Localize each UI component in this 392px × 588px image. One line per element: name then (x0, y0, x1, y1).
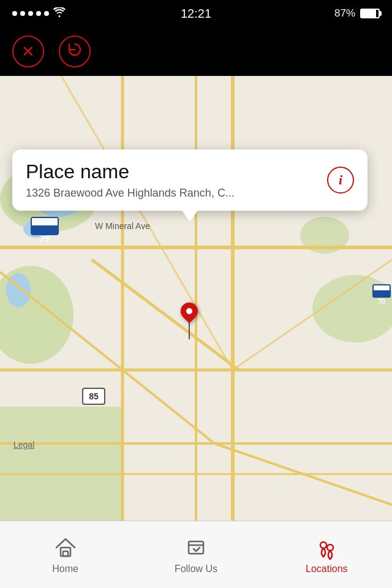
info-button[interactable]: i (327, 167, 354, 194)
tab-follow-label: Follow Us (175, 564, 217, 575)
status-bar: 12:21 87% (0, 0, 392, 27)
svg-rect-40 (63, 551, 68, 556)
close-icon: ✕ (21, 43, 35, 59)
refresh-button[interactable] (59, 36, 91, 67)
place-popup: Place name 1326 Braewood Ave Highlands R… (12, 149, 368, 211)
map-background: S Broadway W Mineral Ave 85 177 177 75 7… (0, 76, 392, 521)
locations-icon (314, 535, 339, 560)
pin-head (177, 299, 202, 323)
signal-dots (12, 11, 49, 16)
tab-locations-label: Locations (306, 564, 348, 575)
dot-1 (12, 11, 17, 16)
map-container[interactable]: S Broadway W Mineral Ave 85 177 177 75 7… (0, 76, 392, 521)
svg-rect-31 (32, 218, 58, 225)
tab-home[interactable]: Home (0, 521, 130, 588)
legal-link[interactable]: Legal (13, 440, 34, 450)
signal-area (12, 7, 66, 20)
tab-locations[interactable]: Locations (262, 521, 392, 588)
popup-place-name: Place name (26, 160, 318, 183)
svg-text:70: 70 (378, 298, 385, 305)
dot-4 (36, 11, 41, 16)
tab-bar: Home Follow Us Locations (0, 521, 392, 588)
dot-2 (20, 11, 25, 16)
dot-5 (44, 11, 49, 16)
battery-area: 87% (334, 7, 380, 20)
svg-rect-3 (0, 407, 123, 521)
popup-address: 1326 Braewood Ave Highlands Ranch, C... (26, 187, 318, 200)
legal-text: Legal (13, 440, 34, 450)
toolbar: ✕ (0, 27, 392, 76)
popup-text: Place name 1326 Braewood Ave Highlands R… (26, 160, 318, 200)
svg-text:W Mineral Ave: W Mineral Ave (95, 221, 150, 231)
refresh-icon (67, 42, 83, 61)
svg-rect-37 (374, 285, 390, 290)
battery-fill (361, 10, 376, 17)
svg-point-44 (327, 545, 333, 551)
svg-point-43 (320, 542, 326, 548)
follow-icon (184, 535, 208, 560)
wifi-icon (53, 7, 66, 20)
status-time: 12:21 (181, 7, 211, 21)
battery-icon (360, 9, 380, 18)
pin-stem (189, 321, 190, 339)
home-icon (53, 535, 78, 560)
tab-follow[interactable]: Follow Us (130, 521, 261, 588)
map-pin (181, 303, 198, 339)
tab-home-label: Home (52, 564, 78, 575)
svg-text:75: 75 (42, 227, 48, 233)
svg-text:75: 75 (40, 234, 50, 244)
battery-percent: 87% (334, 7, 355, 20)
dot-3 (28, 11, 33, 16)
svg-text:85: 85 (89, 391, 99, 401)
close-button[interactable]: ✕ (12, 36, 44, 67)
info-icon: i (339, 172, 342, 188)
